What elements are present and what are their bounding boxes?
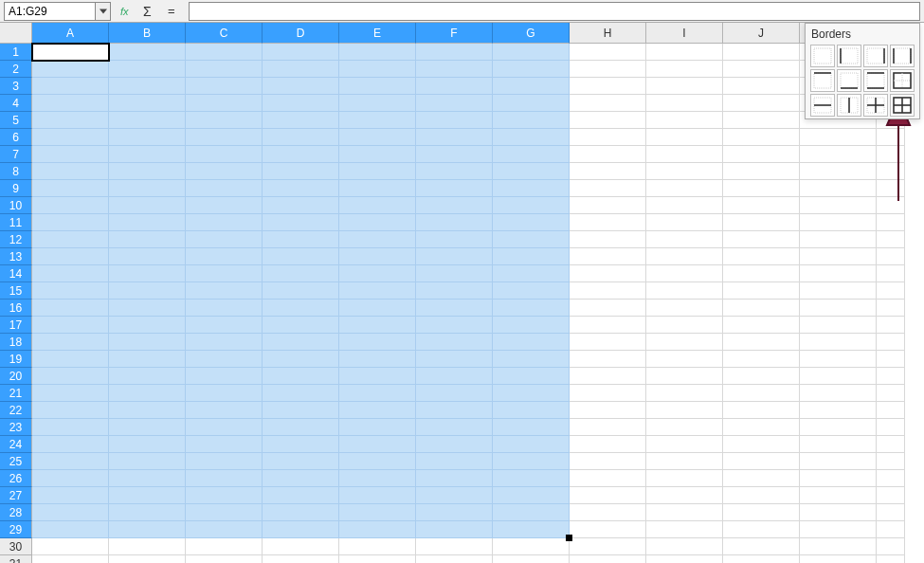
column-header-D[interactable]: D: [263, 23, 339, 44]
row-header-16[interactable]: 16: [0, 300, 32, 317]
cell-H14[interactable]: [570, 265, 646, 282]
cell-D17[interactable]: [263, 317, 339, 334]
cell-A15[interactable]: [32, 282, 109, 300]
cell-A28[interactable]: [32, 504, 109, 521]
cell-B16[interactable]: [109, 300, 186, 317]
row-header-7[interactable]: 7: [0, 146, 32, 163]
cell-H21[interactable]: [570, 385, 646, 402]
cell-H10[interactable]: [570, 197, 646, 214]
cell-L17[interactable]: [877, 317, 905, 334]
cell-A13[interactable]: [32, 248, 109, 265]
row-header-29[interactable]: 29: [0, 521, 32, 538]
cell-H29[interactable]: [570, 521, 646, 538]
cell-K27[interactable]: [800, 487, 877, 504]
cell-D8[interactable]: [263, 163, 339, 180]
cell-E26[interactable]: [339, 470, 416, 487]
cell-E3[interactable]: [339, 78, 416, 95]
cell-J24[interactable]: [723, 436, 800, 453]
cell-E25[interactable]: [339, 453, 416, 470]
cell-I12[interactable]: [646, 231, 723, 248]
leftright-border-option[interactable]: [890, 45, 915, 67]
cell-F12[interactable]: [416, 231, 493, 248]
cell-J1[interactable]: [723, 44, 800, 61]
vert-inner-border-option[interactable]: [837, 94, 861, 117]
cell-J23[interactable]: [723, 419, 800, 436]
cell-K17[interactable]: [800, 317, 877, 334]
name-box-input[interactable]: [5, 3, 95, 20]
cell-C11[interactable]: [186, 214, 263, 231]
cell-E12[interactable]: [339, 231, 416, 248]
cell-B1[interactable]: [109, 44, 186, 61]
cell-J30[interactable]: [723, 538, 800, 555]
row-header-24[interactable]: 24: [0, 436, 32, 453]
cell-D21[interactable]: [263, 385, 339, 402]
cell-G27[interactable]: [493, 487, 570, 504]
cell-K16[interactable]: [800, 300, 877, 317]
cell-G25[interactable]: [493, 453, 570, 470]
cell-G19[interactable]: [493, 351, 570, 368]
cell-F26[interactable]: [416, 470, 493, 487]
cell-G1[interactable]: [493, 44, 570, 61]
cell-G12[interactable]: [493, 231, 570, 248]
cell-E20[interactable]: [339, 368, 416, 385]
cell-I19[interactable]: [646, 351, 723, 368]
cell-A1[interactable]: [32, 44, 109, 61]
cell-E31[interactable]: [339, 555, 416, 563]
row-header-30[interactable]: 30: [0, 538, 32, 555]
row-header-11[interactable]: 11: [0, 214, 32, 231]
cell-E6[interactable]: [339, 129, 416, 146]
cell-H16[interactable]: [570, 300, 646, 317]
cell-K25[interactable]: [800, 453, 877, 470]
column-header-B[interactable]: B: [109, 23, 186, 44]
cell-L27[interactable]: [877, 487, 905, 504]
cell-J9[interactable]: [723, 180, 800, 197]
select-all-corner[interactable]: [0, 23, 32, 44]
cell-K19[interactable]: [800, 351, 877, 368]
cell-E18[interactable]: [339, 334, 416, 351]
cell-F21[interactable]: [416, 385, 493, 402]
row-header-31[interactable]: 31: [0, 555, 32, 563]
cell-J22[interactable]: [723, 402, 800, 419]
no-border-option[interactable]: [810, 45, 835, 67]
cell-J18[interactable]: [723, 334, 800, 351]
bottom-border-option[interactable]: [837, 69, 861, 92]
cell-A8[interactable]: [32, 163, 109, 180]
cell-K7[interactable]: [800, 146, 877, 163]
cell-B6[interactable]: [109, 129, 186, 146]
cell-E13[interactable]: [339, 248, 416, 265]
cell-A12[interactable]: [32, 231, 109, 248]
cell-E4[interactable]: [339, 95, 416, 112]
row-header-27[interactable]: 27: [0, 487, 32, 504]
cell-A24[interactable]: [32, 436, 109, 453]
cell-J20[interactable]: [723, 368, 800, 385]
cell-E17[interactable]: [339, 317, 416, 334]
cell-H3[interactable]: [570, 78, 646, 95]
cell-D23[interactable]: [263, 419, 339, 436]
cell-D18[interactable]: [263, 334, 339, 351]
cell-A18[interactable]: [32, 334, 109, 351]
function-wizard-icon[interactable]: fx: [118, 3, 136, 20]
cell-J2[interactable]: [723, 61, 800, 78]
cell-A27[interactable]: [32, 487, 109, 504]
cell-C19[interactable]: [186, 351, 263, 368]
cell-G15[interactable]: [493, 282, 570, 300]
column-header-H[interactable]: H: [570, 23, 646, 44]
cell-G20[interactable]: [493, 368, 570, 385]
cell-B8[interactable]: [109, 163, 186, 180]
cell-H20[interactable]: [570, 368, 646, 385]
sum-icon[interactable]: Σ: [141, 3, 158, 20]
cell-K13[interactable]: [800, 248, 877, 265]
cell-C6[interactable]: [186, 129, 263, 146]
cell-L11[interactable]: [877, 214, 905, 231]
cell-H27[interactable]: [570, 487, 646, 504]
cell-C18[interactable]: [186, 334, 263, 351]
cell-B24[interactable]: [109, 436, 186, 453]
cell-E28[interactable]: [339, 504, 416, 521]
cell-B19[interactable]: [109, 351, 186, 368]
cell-K11[interactable]: [800, 214, 877, 231]
cell-H25[interactable]: [570, 453, 646, 470]
cell-F19[interactable]: [416, 351, 493, 368]
cell-B18[interactable]: [109, 334, 186, 351]
cell-H5[interactable]: [570, 112, 646, 129]
cell-D5[interactable]: [263, 112, 339, 129]
